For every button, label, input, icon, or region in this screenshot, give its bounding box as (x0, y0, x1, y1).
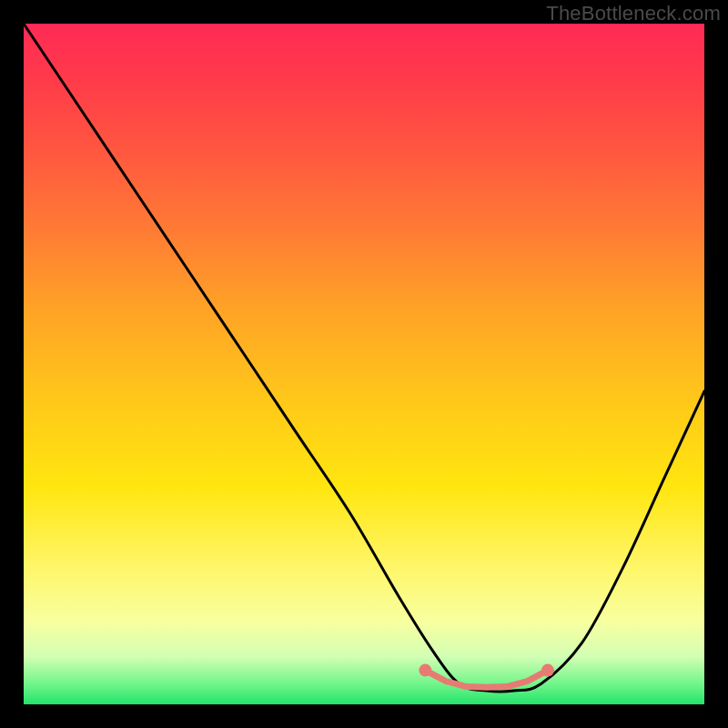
bottleneck-curve (24, 24, 704, 692)
highlight-band-start-dot (419, 664, 431, 677)
plot-area (24, 24, 704, 704)
highlight-band (419, 664, 554, 688)
watermark-text: TheBottleneck.com (546, 2, 721, 25)
chart-frame: TheBottleneck.com (0, 0, 728, 728)
curve-svg (24, 24, 704, 704)
highlight-band-end-dot (541, 664, 554, 677)
highlight-band-line (425, 671, 548, 688)
